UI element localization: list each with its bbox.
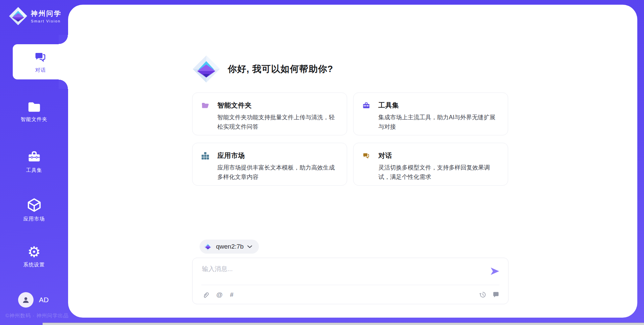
- message-input[interactable]: [202, 265, 490, 282]
- composer-toolbar: @ #: [193, 285, 508, 304]
- attachment-icon[interactable]: [202, 291, 209, 298]
- cube-icon: [26, 197, 42, 213]
- card-app-market[interactable]: 应用市场 应用市场提供丰富长文本模板，助力高效生成多样化文章内容: [192, 143, 347, 186]
- sidebar-item-chat[interactable]: 对话: [13, 44, 68, 79]
- card-toolset[interactable]: 工具集 集成市场上主流工具，助力AI与外界无缝扩展与对接: [353, 92, 508, 135]
- card-description: 集成市场上主流工具，助力AI与外界无缝扩展与对接: [378, 113, 499, 131]
- greeting-logo-icon: [192, 55, 220, 83]
- send-icon[interactable]: [490, 267, 499, 276]
- sidebar-item-label: 对话: [35, 67, 46, 73]
- chat-bubbles-icon: [34, 50, 48, 64]
- mention-icon[interactable]: @: [216, 291, 223, 298]
- avatar: [18, 292, 34, 308]
- user-profile[interactable]: AD: [18, 292, 49, 308]
- composer: @ #: [192, 258, 508, 304]
- hashtag-icon[interactable]: #: [230, 291, 234, 298]
- brand-logo-icon: [9, 7, 28, 25]
- model-selector[interactable]: qwen2:7b: [200, 240, 259, 254]
- sidebar-item-label: 应用市场: [23, 216, 45, 222]
- card-chat[interactable]: 对话 灵活切换多模型文件，支持多样回复效果调试，满足个性化需求: [353, 143, 508, 186]
- main-panel: 你好, 我可以如何帮助你? 智能文件夹 智能文件夹功能支持批量文件上传与清洗，轻…: [68, 5, 637, 318]
- brand: 神州问学 Smart Vision: [9, 7, 62, 25]
- card-title: 智能文件夹: [217, 101, 252, 110]
- flex-spacer: [192, 186, 508, 240]
- composer-toolbar-right: [479, 291, 499, 298]
- tab-fillet-top: [59, 35, 68, 44]
- card-title: 对话: [378, 151, 392, 160]
- open-folder-icon: [201, 102, 209, 110]
- tab-fillet-bottom: [59, 79, 68, 89]
- sidebar-item-toolset[interactable]: 工具集: [0, 149, 68, 174]
- toolbox-icon: [27, 149, 42, 164]
- chat-square-icon[interactable]: [492, 291, 499, 298]
- gear-icon: ⚙: [28, 245, 41, 259]
- sidebar-item-label: 工具集: [26, 167, 42, 174]
- card-description: 灵活切换多模型文件，支持多样回复效果调试，满足个性化需求: [378, 163, 499, 182]
- card-description: 智能文件夹功能支持批量文件上传与清洗，轻松实现文件问答: [217, 113, 338, 131]
- brand-text: 神州问学 Smart Vision: [31, 9, 62, 23]
- card-title: 应用市场: [217, 151, 245, 160]
- sidebar: 神州问学 Smart Vision 对话 智能文件夹: [0, 0, 68, 325]
- card-title: 工具集: [378, 101, 399, 110]
- chat-bubbles-icon: [362, 152, 370, 160]
- card-smart-folder[interactable]: 智能文件夹 智能文件夹功能支持批量文件上传与清洗，轻松实现文件问答: [192, 92, 347, 135]
- history-icon[interactable]: [479, 291, 486, 298]
- chevron-down-icon: [247, 245, 252, 248]
- briefcase-icon: [362, 102, 370, 110]
- folder-icon: [27, 101, 42, 113]
- user-initials: AD: [39, 296, 49, 304]
- greeting: 你好, 我可以如何帮助你?: [192, 55, 508, 83]
- copyright-footer: ©神州数码 · 神州问学出品: [5, 313, 68, 319]
- sidebar-item-app-market[interactable]: 应用市场: [0, 197, 68, 222]
- model-logo-icon: [204, 242, 212, 251]
- sidebar-item-settings[interactable]: ⚙ 系统设置: [0, 245, 68, 268]
- brand-subtitle: Smart Vision: [31, 19, 62, 23]
- model-name: qwen2:7b: [216, 243, 244, 250]
- person-icon: [22, 296, 30, 304]
- content-column: 你好, 我可以如何帮助你? 智能文件夹 智能文件夹功能支持批量文件上传与清洗，轻…: [192, 5, 508, 318]
- card-description: 应用市场提供丰富长文本模板，助力高效生成多样化文章内容: [217, 163, 338, 182]
- sidebar-item-label: 系统设置: [23, 262, 45, 268]
- feature-cards: 智能文件夹 智能文件夹功能支持批量文件上传与清洗，轻松实现文件问答 工具: [192, 92, 508, 186]
- pixel-grid-icon: [201, 152, 209, 160]
- horizontal-scrollbar[interactable]: [43, 323, 644, 325]
- composer-input-row: [193, 258, 508, 285]
- sidebar-item-smart-folder[interactable]: 智能文件夹: [0, 101, 68, 123]
- greeting-title: 你好, 我可以如何帮助你?: [228, 63, 333, 75]
- brand-name: 神州问学: [31, 9, 62, 18]
- sidebar-item-label: 智能文件夹: [21, 116, 48, 123]
